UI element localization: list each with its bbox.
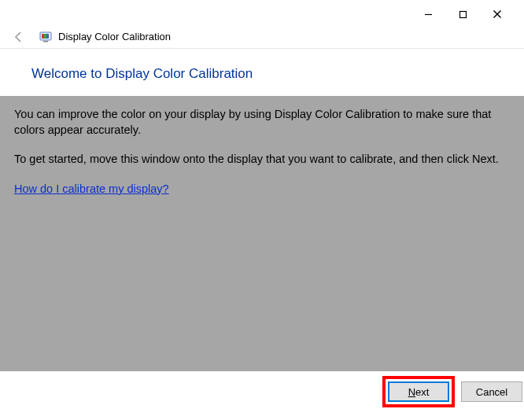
cancel-button[interactable]: Cancel bbox=[461, 381, 522, 402]
intro-paragraph-2: To get started, move this window onto th… bbox=[14, 152, 510, 168]
svg-rect-8 bbox=[43, 41, 48, 42]
svg-rect-6 bbox=[44, 34, 46, 39]
back-button[interactable] bbox=[11, 29, 27, 45]
intro-paragraph-1: You can improve the color on your displa… bbox=[14, 107, 510, 138]
navbar: Display Color Calibration bbox=[0, 25, 524, 49]
app-brand: Display Color Calibration bbox=[39, 31, 171, 43]
help-link-calibrate[interactable]: How do I calibrate my display? bbox=[14, 182, 169, 197]
close-button[interactable] bbox=[480, 5, 515, 24]
page-headline: Welcome to Display Color Calibration bbox=[31, 66, 524, 82]
svg-rect-1 bbox=[459, 11, 466, 17]
svg-rect-5 bbox=[42, 34, 44, 39]
app-title: Display Color Calibration bbox=[58, 31, 171, 42]
next-button-highlight: Next bbox=[382, 376, 455, 407]
footer-buttons: Next Cancel bbox=[0, 371, 524, 412]
display-calibration-icon bbox=[39, 31, 52, 43]
svg-rect-7 bbox=[46, 34, 49, 39]
maximize-button[interactable] bbox=[445, 5, 480, 24]
titlebar bbox=[0, 0, 524, 25]
headline-area: Welcome to Display Color Calibration bbox=[0, 49, 524, 96]
minimize-button[interactable] bbox=[411, 5, 445, 24]
content-area: You can improve the color on your displa… bbox=[0, 96, 524, 371]
next-button[interactable]: Next bbox=[388, 381, 449, 402]
